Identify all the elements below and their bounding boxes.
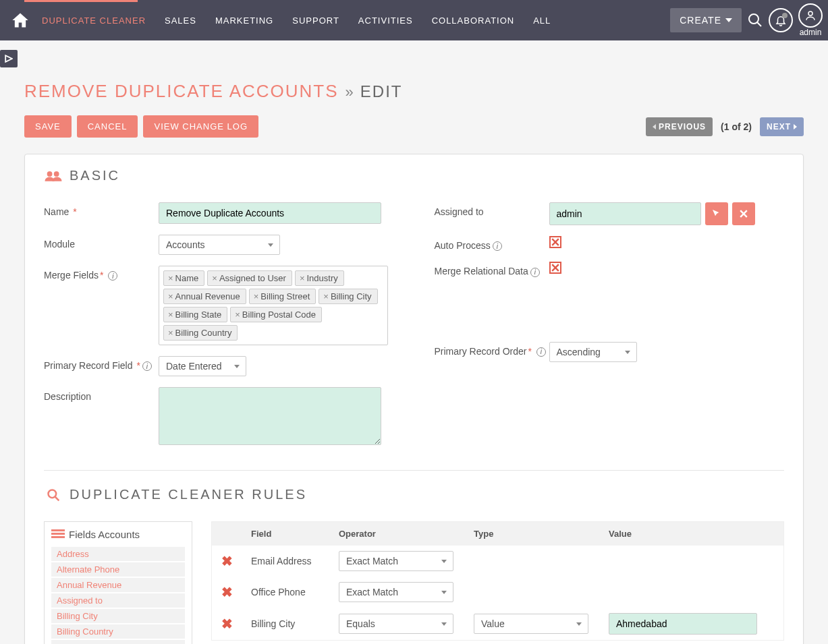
primary-record-field-select[interactable]: Date Entered xyxy=(159,356,246,376)
info-icon[interactable]: i xyxy=(108,271,117,281)
rule-field-label: Billing City xyxy=(251,618,339,629)
topbar-accent xyxy=(24,0,138,2)
info-icon[interactable]: i xyxy=(493,241,502,251)
field-list-item[interactable]: Address xyxy=(51,547,185,561)
close-icon[interactable]: × xyxy=(300,273,305,283)
field-list-item[interactable]: Alternate Phone xyxy=(51,562,185,577)
close-icon[interactable]: × xyxy=(212,273,217,283)
rule-operator-select[interactable]: Exact Match xyxy=(339,582,453,602)
list-icon xyxy=(51,529,65,540)
svg-rect-15 xyxy=(51,536,65,538)
merge-relational-checkbox[interactable] xyxy=(549,262,561,274)
close-icon[interactable]: × xyxy=(235,310,240,320)
page-title: REMOVE DUPLICATE ACCOUNTS » EDIT xyxy=(24,81,804,102)
close-icon[interactable]: × xyxy=(168,328,173,338)
delete-rule-icon[interactable]: ✖ xyxy=(221,616,233,631)
nav-item-support[interactable]: SUPPORT xyxy=(283,16,349,26)
svg-point-11 xyxy=(49,490,57,498)
create-button[interactable]: CREATE xyxy=(670,8,742,32)
rule-operator-select[interactable]: Equals xyxy=(339,614,453,634)
next-button[interactable]: NEXT xyxy=(760,117,804,136)
field-list-item[interactable]: Billing City xyxy=(51,609,185,623)
svg-line-12 xyxy=(55,496,59,500)
topbar: DUPLICATE CLEANERSALESMARKETINGSUPPORTAC… xyxy=(0,0,828,40)
close-icon[interactable]: × xyxy=(168,273,173,283)
delete-rule-icon[interactable]: ✖ xyxy=(221,585,233,599)
username-label: admin xyxy=(800,28,822,37)
svg-point-3 xyxy=(47,171,53,177)
svg-rect-14 xyxy=(51,533,65,535)
field-list-item[interactable]: Assigned to xyxy=(51,593,185,608)
nav-item-marketing[interactable]: MARKETING xyxy=(206,16,283,26)
auto-process-checkbox[interactable] xyxy=(549,236,561,248)
notifications-icon[interactable] xyxy=(769,8,793,32)
play-button[interactable] xyxy=(0,50,18,67)
merge-tag[interactable]: ×Billing State xyxy=(163,307,227,322)
search-rules-icon xyxy=(44,488,63,502)
svg-point-2 xyxy=(808,11,812,16)
close-icon[interactable]: × xyxy=(168,291,173,301)
assigned-select-button[interactable] xyxy=(705,202,728,225)
merge-tag[interactable]: ×Billing City xyxy=(319,289,377,304)
rule-field-label: Email Address xyxy=(251,556,339,566)
rules-table: Field Operator Type Value ✖Email Address… xyxy=(211,521,784,641)
primary-record-order-select[interactable]: Ascending xyxy=(549,342,637,362)
basic-header: BASIC xyxy=(44,168,784,183)
previous-button: PREVIOUS xyxy=(646,117,713,136)
user-avatar-icon[interactable] xyxy=(798,3,823,28)
module-select[interactable]: Accounts xyxy=(159,235,280,255)
merge-tag[interactable]: ×Assigned to User xyxy=(207,270,292,286)
close-icon[interactable]: × xyxy=(168,310,173,320)
breadcrumb-main[interactable]: REMOVE DUPLICATE ACCOUNTS xyxy=(24,81,339,102)
svg-point-0 xyxy=(749,14,758,24)
group-icon xyxy=(44,169,63,183)
close-icon[interactable]: × xyxy=(323,291,329,301)
save-button[interactable]: SAVE xyxy=(24,115,72,138)
search-icon[interactable] xyxy=(747,12,763,28)
assigned-clear-button[interactable] xyxy=(732,202,755,225)
svg-rect-13 xyxy=(51,529,65,531)
merge-tag[interactable]: ×Name xyxy=(163,270,204,286)
rule-value-input[interactable] xyxy=(609,613,757,635)
fields-list-panel[interactable]: Fields Accounts AddressAlternate PhoneAn… xyxy=(44,521,192,644)
svg-point-4 xyxy=(54,171,59,177)
rules-header: DUPLICATE CLEANER RULES xyxy=(44,487,784,502)
nav-item-sales[interactable]: SALES xyxy=(155,16,206,26)
rule-type-select[interactable]: Value xyxy=(474,614,588,634)
assigned-to-input[interactable] xyxy=(549,202,701,225)
home-icon[interactable] xyxy=(11,11,30,30)
nav-item-activities[interactable]: ACTIVITIES xyxy=(349,16,422,26)
info-icon[interactable]: i xyxy=(142,361,152,371)
delete-rule-icon[interactable]: ✖ xyxy=(221,554,233,568)
nav-item-all[interactable]: ALL xyxy=(524,16,560,26)
rule-row: ✖Email AddressExact Match xyxy=(212,546,783,577)
rule-row: ✖Office PhoneExact Match xyxy=(212,577,783,608)
rule-row: ✖Billing CityEqualsValue xyxy=(212,608,783,640)
nav-item-duplicate-cleaner[interactable]: DUPLICATE CLEANER xyxy=(32,16,155,26)
merge-fields-multiselect[interactable]: ×Name×Assigned to User×Industry×Annual R… xyxy=(159,266,388,345)
view-change-log-button[interactable]: VIEW CHANGE LOG xyxy=(143,115,258,138)
field-list-item[interactable]: Annual Revenue xyxy=(51,578,185,592)
nav-item-collaboration[interactable]: COLLABORATION xyxy=(422,16,524,26)
basic-panel: BASIC Name * Module Accounts Merge Field… xyxy=(24,154,804,644)
merge-tag[interactable]: ×Billing Street xyxy=(249,289,316,304)
rule-field-label: Office Phone xyxy=(251,587,339,597)
rule-operator-select[interactable]: Exact Match xyxy=(339,551,453,571)
close-icon[interactable]: × xyxy=(254,291,259,301)
merge-tag[interactable]: ×Annual Revenue xyxy=(163,289,246,304)
name-input[interactable] xyxy=(159,202,381,224)
pager-text: (1 of 2) xyxy=(721,121,752,132)
svg-line-1 xyxy=(757,22,761,26)
breadcrumb-sub: EDIT xyxy=(360,82,403,101)
field-list-item[interactable]: Billing Country xyxy=(51,624,185,639)
merge-tag[interactable]: ×Industry xyxy=(295,270,344,286)
info-icon[interactable]: i xyxy=(536,347,546,357)
cancel-button[interactable]: CANCEL xyxy=(77,115,138,138)
merge-tag[interactable]: ×Billing Country xyxy=(163,325,238,341)
field-list-item[interactable]: Billing Postal Code xyxy=(51,640,185,644)
description-textarea[interactable] xyxy=(159,387,381,445)
info-icon[interactable]: i xyxy=(530,268,540,277)
merge-tag[interactable]: ×Billing Postal Code xyxy=(230,307,322,322)
